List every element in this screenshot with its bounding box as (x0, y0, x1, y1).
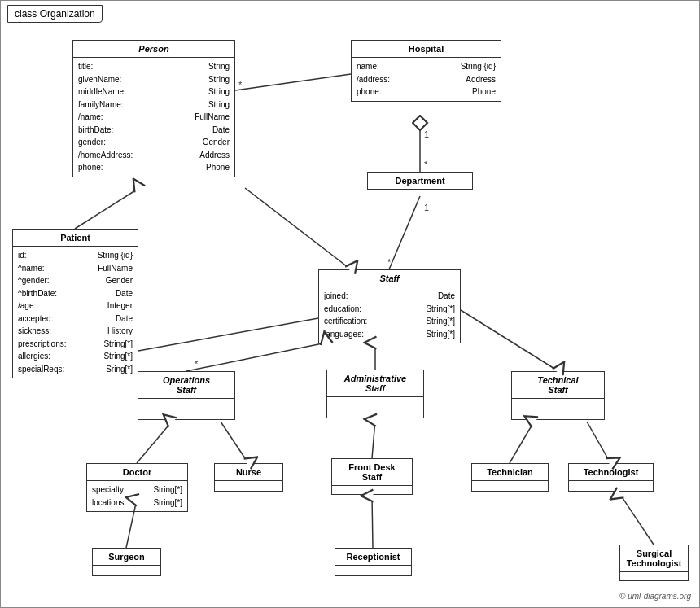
operations-staff-title: OperationsStaff (138, 372, 234, 399)
technician-title: Technician (472, 464, 548, 481)
operations-staff-box: OperationsStaff (138, 371, 235, 420)
svg-line-20 (510, 422, 534, 463)
svg-line-1 (235, 74, 351, 90)
person-title: Person (73, 41, 234, 58)
svg-line-10 (245, 188, 351, 269)
technologist-title: Technologist (569, 464, 653, 481)
nurse-box: Nurse (214, 463, 283, 492)
administrative-staff-box: AdministrativeStaff (326, 370, 424, 418)
patient-box: Patient id:String {id} ^name:FullName ^g… (12, 229, 138, 378)
technical-staff-title: TechnicalStaff (512, 372, 604, 399)
hospital-box: Hospital name:String {id} /address:Addre… (351, 40, 501, 102)
copyright: © uml-diagrams.org (619, 592, 691, 601)
receptionist-box: Receptionist (335, 548, 412, 576)
diagram-title: class Organization (7, 5, 103, 23)
administrative-staff-title: AdministrativeStaff (327, 370, 423, 397)
staff-title: Staff (319, 270, 460, 287)
technologist-box: Technologist (568, 463, 654, 492)
svg-text:*: * (238, 80, 243, 90)
patient-title: Patient (13, 230, 138, 247)
technician-box: Technician (471, 463, 549, 492)
svg-line-23 (372, 496, 373, 548)
svg-line-18 (221, 422, 248, 463)
patient-attrs: id:String {id} ^name:FullName ^gender:Ge… (13, 247, 138, 378)
surgical-technologist-title: SurgicalTechnologist (620, 545, 688, 572)
hospital-title: Hospital (352, 41, 501, 58)
surgeon-title: Surgeon (93, 549, 160, 566)
svg-text:1: 1 (424, 129, 429, 139)
svg-line-21 (587, 422, 610, 463)
person-box: Person title:String givenName:String mid… (72, 40, 235, 177)
svg-line-6 (389, 196, 420, 269)
svg-text:*: * (195, 359, 199, 369)
nurse-title: Nurse (215, 464, 282, 481)
doctor-title: Doctor (87, 464, 187, 481)
front-desk-staff-title: Front DeskStaff (332, 459, 412, 486)
department-title: Department (368, 173, 472, 190)
surgical-technologist-box: SurgicalTechnologist (619, 545, 689, 581)
svg-line-19 (372, 420, 375, 458)
svg-text:*: * (387, 257, 392, 267)
staff-attrs: joined:Date education:String[*] certific… (319, 287, 460, 343)
svg-line-9 (75, 188, 139, 229)
person-attrs: title:String givenName:String middleName… (73, 58, 234, 177)
diagram-container: class Organization Person title:String g… (0, 0, 700, 608)
technical-staff-box: TechnicalStaff (511, 371, 605, 420)
doctor-box: Doctor specialty:String[*] locations:Str… (86, 463, 188, 512)
doctor-attrs: specialty:String[*] locations:String[*] (87, 481, 187, 511)
front-desk-staff-box: Front DeskStaff (331, 458, 413, 495)
svg-line-17 (137, 422, 172, 463)
svg-line-16 (461, 310, 558, 371)
department-box: Department (367, 172, 473, 190)
surgeon-box: Surgeon (92, 548, 161, 576)
staff-box: Staff joined:Date education:String[*] ce… (318, 269, 461, 343)
svg-text:*: * (424, 160, 428, 169)
svg-line-13 (186, 343, 326, 371)
svg-line-11 (138, 318, 318, 351)
hospital-attrs: name:String {id} /address:Address phone:… (352, 58, 501, 101)
receptionist-title: Receptionist (335, 549, 411, 566)
svg-text:1: 1 (424, 203, 429, 212)
svg-line-24 (619, 493, 654, 545)
